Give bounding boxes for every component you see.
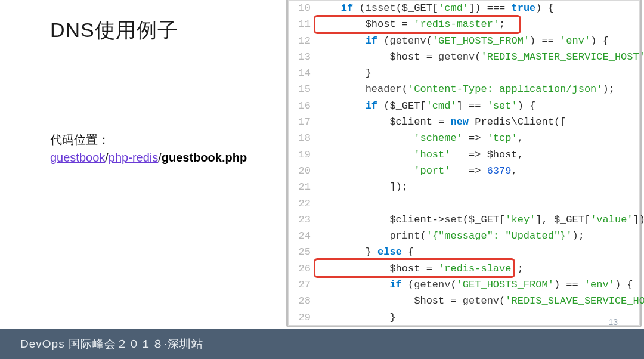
code-line: 12 if (getenv('GET_HOSTS_FROM') == 'env'… [288, 33, 640, 49]
footer-text: DevOps 国际峰会２０１８·深圳站 [20, 336, 203, 352]
line-number: 22 [288, 196, 317, 212]
code-content: 'port' => 6379, [317, 163, 640, 179]
code-line: 11 $host = 'redis-master'; [288, 16, 640, 32]
left-column: DNS使用例子 代码位置： guestbook/php-redis/guestb… [0, 0, 286, 329]
code-content: if (isset($_GET['cmd']) === true) { [317, 0, 640, 16]
code-content: $client->set($_GET['key'], $_GET['value'… [317, 212, 644, 228]
slide-title: DNS使用例子 [50, 17, 286, 44]
line-number: 17 [288, 114, 317, 130]
line-number: 14 [288, 65, 317, 81]
code-snippet: 10 if (isset($_GET['cmd']) === true) {11… [286, 0, 642, 327]
code-line: 23 $client->set($_GET['key'], $_GET['val… [288, 212, 640, 228]
code-line: 24 print('{"message": "Updated"}'); [288, 228, 640, 244]
line-number: 21 [288, 179, 317, 195]
line-number: 15 [288, 81, 317, 97]
code-line: 26 $host = 'redis-slave'; [288, 261, 640, 277]
code-line: 29 } [288, 310, 640, 326]
line-number: 12 [288, 33, 317, 49]
code-content: $host = 'redis-master'; [317, 16, 640, 32]
link-php-redis[interactable]: php-redis [109, 151, 158, 164]
code-content: $host = getenv('REDIS_SLAVE_SERVICE_HOST… [317, 293, 644, 309]
code-location-label: 代码位置： [50, 133, 110, 146]
code-content: 'scheme' => 'tcp', [317, 130, 640, 146]
right-column: 10 if (isset($_GET['cmd']) === true) {11… [286, 0, 644, 329]
code-line: 19 'host' => $host, [288, 147, 640, 163]
code-content: if (getenv('GET_HOSTS_FROM') == 'env') { [317, 33, 640, 49]
code-content: } else { [317, 244, 640, 260]
line-number: 20 [288, 163, 317, 179]
code-content: print('{"message": "Updated"}'); [317, 228, 640, 244]
slide-body: DNS使用例子 代码位置： guestbook/php-redis/guestb… [0, 0, 644, 329]
code-content: ]); [317, 179, 640, 195]
code-line: 20 'port' => 6379, [288, 163, 640, 179]
code-line: 22 [288, 196, 640, 212]
code-line: 14 } [288, 65, 640, 81]
code-line: 15 header('Content-Type: application/jso… [288, 81, 640, 97]
line-number: 26 [288, 261, 317, 277]
line-number: 13 [288, 49, 317, 65]
code-line: 13 $host = getenv('REDIS_MASTER_SERVICE_… [288, 49, 640, 65]
code-line: 25 } else { [288, 244, 640, 260]
line-number: 25 [288, 244, 317, 260]
code-content: $host = getenv('REDIS_MASTER_SERVICE_HOS… [317, 49, 644, 65]
code-content: 'host' => $host, [317, 147, 640, 163]
code-content: } [317, 310, 640, 326]
code-line: 10 if (isset($_GET['cmd']) === true) { [288, 0, 640, 16]
line-number: 23 [288, 212, 317, 228]
line-number: 10 [288, 0, 317, 16]
link-guestbook[interactable]: guestbook [50, 151, 105, 164]
code-line: 17 $client = new Predis\Client([ [288, 114, 640, 130]
footer-bar: DevOps 国际峰会２０１８·深圳站 [0, 329, 644, 359]
code-content: } [317, 65, 640, 81]
line-number: 28 [288, 293, 317, 309]
code-line: 16 if ($_GET['cmd'] == 'set') { [288, 98, 640, 114]
line-number: 29 [288, 310, 317, 326]
code-content: header('Content-Type: application/json')… [317, 81, 640, 97]
code-content: if (getenv('GET_HOSTS_FROM') == 'env') { [317, 277, 640, 293]
line-number: 27 [288, 277, 317, 293]
file-name: guestbook.php [162, 151, 247, 164]
line-number: 19 [288, 147, 317, 163]
line-number: 18 [288, 130, 317, 146]
code-location: 代码位置： guestbook/php-redis/guestbook.php [50, 131, 286, 166]
line-number: 16 [288, 98, 317, 114]
code-content: if ($_GET['cmd'] == 'set') { [317, 98, 640, 114]
code-content: $client = new Predis\Client([ [317, 114, 640, 130]
code-line: 18 'scheme' => 'tcp', [288, 130, 640, 146]
line-number: 11 [288, 16, 317, 32]
line-number: 24 [288, 228, 317, 244]
code-content: $host = 'redis-slave'; [317, 261, 640, 277]
code-line: 27 if (getenv('GET_HOSTS_FROM') == 'env'… [288, 277, 640, 293]
page-number: 13 [608, 317, 618, 327]
code-line: 28 $host = getenv('REDIS_SLAVE_SERVICE_H… [288, 293, 640, 309]
code-content [317, 196, 640, 212]
code-line: 21 ]); [288, 179, 640, 195]
